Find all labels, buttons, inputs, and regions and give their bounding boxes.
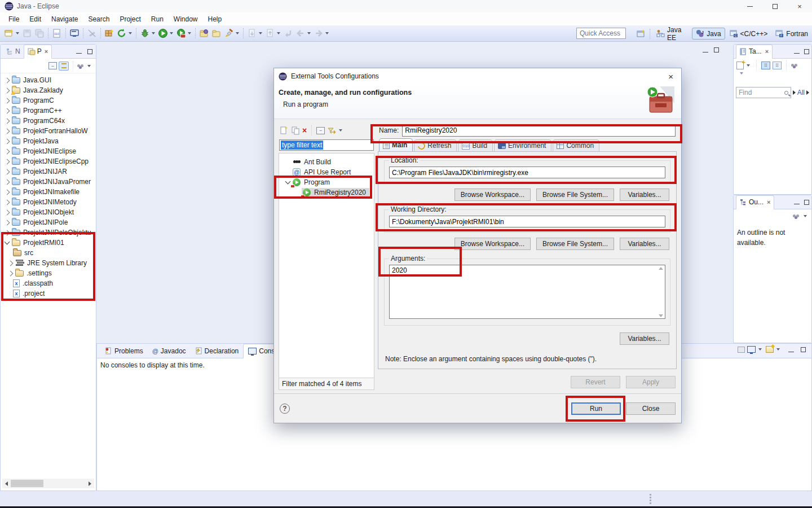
- window-maximize-button[interactable]: [762, 0, 787, 12]
- tab-outline[interactable]: Ou... ×: [736, 195, 774, 209]
- perspective-java[interactable]: J Java: [692, 28, 725, 40]
- outline-minimize-icon[interactable]: [794, 204, 800, 204]
- chevron-right-icon[interactable]: [5, 179, 10, 185]
- next-annotation-dropdown-icon[interactable]: [259, 32, 262, 34]
- dialog-close-icon[interactable]: ×: [665, 72, 677, 81]
- panel-maximize-icon[interactable]: [87, 49, 92, 54]
- arguments-scrollbar[interactable]: [657, 266, 664, 318]
- filter-configs-icon[interactable]: [327, 126, 336, 135]
- duplicate-config-icon[interactable]: [291, 126, 300, 135]
- back-icon[interactable]: [295, 28, 306, 38]
- scroll-up-icon[interactable]: [659, 267, 663, 270]
- tab-package-explorer[interactable]: P ×: [24, 45, 52, 59]
- menu-edit[interactable]: Edit: [24, 14, 46, 25]
- console-view-icon[interactable]: [69, 28, 80, 38]
- tab-close-icon[interactable]: ×: [45, 48, 48, 55]
- run-external-dropdown-icon[interactable]: [188, 32, 191, 34]
- tree-row-project[interactable]: ProjektJNIJAR: [1, 167, 96, 177]
- console-maximize-icon[interactable]: [801, 347, 806, 352]
- link-with-editor-icon[interactable]: [59, 62, 69, 71]
- menu-project[interactable]: Project: [114, 14, 145, 25]
- task-find-input[interactable]: Find: [736, 87, 791, 98]
- debug-dropdown-icon[interactable]: [152, 32, 155, 34]
- run-external-tools-icon[interactable]: [176, 28, 186, 38]
- config-filter-input[interactable]: type filter text: [279, 139, 374, 151]
- display-console-icon[interactable]: [747, 346, 756, 353]
- window-minimize-button[interactable]: [738, 0, 762, 12]
- quick-access-input[interactable]: Quick Access: [576, 28, 626, 39]
- console-minimize-icon[interactable]: [788, 352, 794, 352]
- forward-icon[interactable]: [314, 28, 324, 38]
- tab-close-icon[interactable]: ×: [765, 48, 769, 55]
- tab-problems[interactable]: Problems: [100, 344, 148, 358]
- tree-row-project[interactable]: ProgramC++: [1, 106, 96, 116]
- chevron-right-icon[interactable]: [5, 98, 10, 103]
- window-close-button[interactable]: ×: [787, 0, 812, 12]
- pencil-slash-icon[interactable]: [87, 28, 97, 38]
- menu-file[interactable]: File: [3, 14, 24, 25]
- new-task-dropdown-icon[interactable]: [747, 64, 750, 67]
- debug-icon[interactable]: [140, 28, 150, 38]
- chevron-right-icon[interactable]: [5, 189, 10, 195]
- run-dropdown-icon[interactable]: [170, 32, 173, 34]
- tree-row-project[interactable]: ProgramC: [1, 95, 96, 106]
- chevron-right-icon[interactable]: [5, 138, 10, 144]
- last-edit-location-icon[interactable]: [283, 28, 293, 38]
- tree-row-project[interactable]: ProjektJNIMetody: [1, 197, 96, 207]
- menu-run[interactable]: Run: [146, 14, 169, 25]
- chevron-right-icon[interactable]: [5, 77, 10, 83]
- chevron-right-icon[interactable]: [5, 87, 10, 93]
- task-all-link[interactable]: All: [797, 89, 805, 97]
- tree-row-project[interactable]: Java.Zaklady: [1, 85, 96, 95]
- scheduled-view-icon[interactable]: ⠿: [773, 62, 782, 69]
- browse-workspace-button[interactable]: Browse Workspace...: [454, 189, 531, 201]
- paintbrush-dropdown-icon[interactable]: [236, 32, 239, 34]
- tree-row-project[interactable]: ProgramC64x: [1, 116, 96, 126]
- open-console-dropdown-icon[interactable]: [776, 348, 780, 351]
- tree-row-project[interactable]: ProjektJNImakefile: [1, 187, 96, 197]
- outline-dropdown-icon[interactable]: [804, 215, 807, 217]
- expand-right-icon[interactable]: [806, 90, 809, 95]
- variables-button[interactable]: Variables...: [620, 332, 669, 345]
- save-icon[interactable]: [22, 28, 32, 38]
- new-task-icon[interactable]: [736, 62, 744, 69]
- tree-row-project[interactable]: ProjektFortranHalloW: [1, 126, 96, 136]
- tree-row-project[interactable]: ProjektJNIPole: [1, 217, 96, 227]
- close-button[interactable]: Close: [626, 402, 676, 415]
- perspective-fortran[interactable]: F Fortran: [772, 28, 811, 39]
- pin-console-icon[interactable]: [738, 347, 745, 353]
- menu-navigate[interactable]: Navigate: [46, 14, 83, 25]
- view-menu-icon[interactable]: [77, 64, 85, 68]
- editor-maximize-icon[interactable]: [714, 47, 719, 52]
- tree-row-ant-build[interactable]: Ant Build: [279, 157, 374, 167]
- tab-javadoc[interactable]: @ Javadoc: [148, 344, 191, 358]
- binary-file-icon[interactable]: 010: [52, 28, 62, 38]
- categorized-view-icon[interactable]: ⠿: [761, 62, 770, 69]
- tab-task-list[interactable]: Ta... ×: [736, 45, 773, 59]
- paintbrush-icon[interactable]: [224, 28, 234, 38]
- help-icon[interactable]: ?: [280, 404, 290, 414]
- tree-row-project[interactable]: ProjektJNIObjekt: [1, 207, 96, 217]
- chevron-right-icon[interactable]: [5, 169, 10, 174]
- apply-button[interactable]: Apply: [626, 376, 676, 388]
- revert-button[interactable]: Revert: [571, 376, 620, 388]
- expand-right-icon[interactable]: [793, 90, 796, 95]
- open-folder-icon[interactable]: [211, 28, 222, 38]
- dialog-titlebar[interactable]: External Tools Configurations ×: [274, 68, 681, 84]
- delete-config-icon[interactable]: ×: [302, 126, 307, 134]
- task-maximize-icon[interactable]: [804, 49, 809, 54]
- outline-maximize-icon[interactable]: [804, 200, 809, 205]
- menu-help[interactable]: Help: [203, 14, 227, 25]
- previous-annotation-dropdown-icon[interactable]: [277, 32, 280, 34]
- tree-row-project[interactable]: Java.GUI: [1, 75, 96, 85]
- task-minimize-icon[interactable]: [794, 53, 800, 54]
- variables-button[interactable]: Variables...: [620, 189, 669, 201]
- outline-view-menu-icon[interactable]: [793, 214, 801, 218]
- chevron-right-icon[interactable]: [5, 128, 10, 134]
- menu-search[interactable]: Search: [83, 14, 114, 25]
- chevron-right-icon[interactable]: [5, 209, 10, 215]
- previous-annotation-icon[interactable]: [265, 28, 275, 38]
- browse-file-system-button[interactable]: Browse File System...: [536, 189, 614, 201]
- scrollbar-thumb[interactable]: [11, 480, 43, 487]
- tab-close-icon[interactable]: ×: [767, 199, 770, 205]
